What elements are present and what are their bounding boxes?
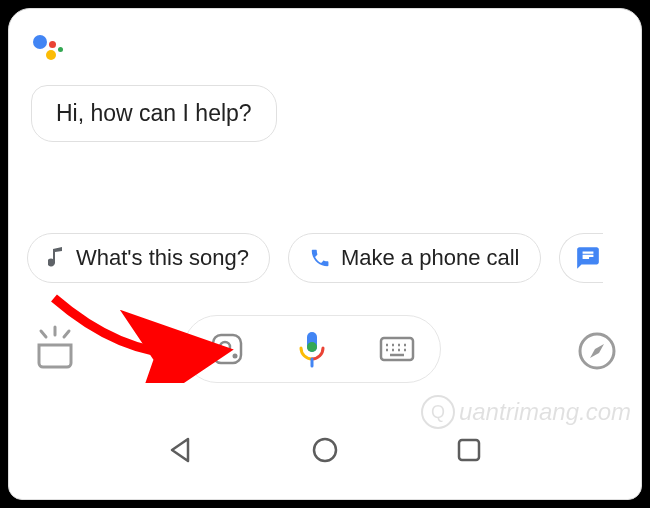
svg-line-2 xyxy=(64,331,69,337)
suggestion-chip-more[interactable] xyxy=(559,233,603,283)
explore-button[interactable] xyxy=(573,327,621,375)
svg-line-1 xyxy=(41,331,46,337)
svg-rect-7 xyxy=(307,342,317,352)
chip-label: What's this song? xyxy=(76,245,249,271)
compass-icon xyxy=(577,331,617,371)
assistant-greeting-text: Hi, how can I help? xyxy=(56,100,252,126)
assistant-logo-icon xyxy=(33,33,69,69)
back-icon xyxy=(166,435,196,465)
recents-icon xyxy=(456,437,482,463)
screen-context-button[interactable] xyxy=(29,321,81,373)
mic-icon xyxy=(297,330,327,368)
music-note-icon xyxy=(48,247,66,269)
watermark: Q uantrimang.com xyxy=(421,395,631,429)
svg-point-20 xyxy=(314,439,336,461)
svg-rect-21 xyxy=(459,440,479,460)
keyboard-icon xyxy=(379,336,415,362)
svg-rect-3 xyxy=(213,335,241,363)
chat-icon xyxy=(575,245,601,271)
watermark-q-icon: Q xyxy=(421,395,455,429)
assistant-greeting-bubble: Hi, how can I help? xyxy=(31,85,277,142)
home-icon xyxy=(310,435,340,465)
suggestion-chip-call[interactable]: Make a phone call xyxy=(288,233,541,283)
screen-spark-icon xyxy=(33,325,77,369)
suggestion-chip-row: What's this song? Make a phone call xyxy=(27,233,642,283)
suggestion-chip-song[interactable]: What's this song? xyxy=(27,233,270,283)
nav-home-button[interactable] xyxy=(303,428,347,472)
mic-button[interactable] xyxy=(287,324,337,374)
chip-label: Make a phone call xyxy=(341,245,520,271)
keyboard-button[interactable] xyxy=(372,324,422,374)
nav-back-button[interactable] xyxy=(159,428,203,472)
svg-rect-9 xyxy=(381,338,413,360)
nav-recents-button[interactable] xyxy=(447,428,491,472)
lens-icon xyxy=(210,332,244,366)
phone-icon xyxy=(309,247,331,269)
svg-point-4 xyxy=(220,342,230,352)
svg-point-5 xyxy=(232,354,237,359)
input-mode-pill xyxy=(183,315,441,383)
watermark-text: uantrimang.com xyxy=(459,398,631,426)
lens-button[interactable] xyxy=(202,324,252,374)
assistant-panel: Hi, how can I help? What's this song? Ma… xyxy=(8,8,642,500)
